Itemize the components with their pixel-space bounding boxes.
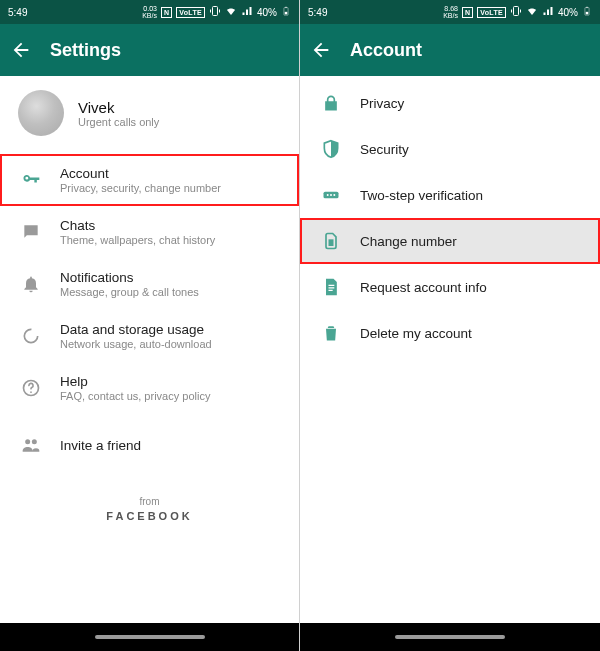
- svg-point-12: [330, 194, 332, 196]
- settings-item-help[interactable]: Help FAQ, contact us, privacy policy: [0, 362, 299, 414]
- nav-bar[interactable]: [0, 623, 299, 651]
- signal-icon: [542, 5, 554, 19]
- settings-item-data[interactable]: Data and storage usage Network usage, au…: [0, 310, 299, 362]
- document-icon: [320, 276, 342, 298]
- account-item-privacy[interactable]: Privacy: [300, 80, 600, 126]
- account-item-request-info[interactable]: Request account info: [300, 264, 600, 310]
- lock-icon: [320, 92, 342, 114]
- nfc-icon: N: [161, 7, 172, 18]
- nav-handle[interactable]: [395, 635, 505, 639]
- page-title: Account: [350, 40, 422, 61]
- svg-point-3: [24, 329, 37, 342]
- item-title: Two-step verification: [360, 188, 483, 203]
- svg-rect-9: [586, 7, 588, 8]
- battery-pct: 40%: [558, 7, 578, 18]
- account-item-delete[interactable]: Delete my account: [300, 310, 600, 356]
- pin-icon: [320, 184, 342, 206]
- item-title: Help: [60, 374, 210, 389]
- trash-icon: [320, 322, 342, 344]
- nav-bar[interactable]: [300, 623, 600, 651]
- chat-icon: [20, 221, 42, 243]
- settings-item-account[interactable]: Account Privacy, security, change number: [0, 154, 299, 206]
- account-list: Privacy Security Two-step verification: [300, 76, 600, 356]
- settings-screen: 5:49 0.03 KB/s N VoLTE 40% Settings: [0, 0, 300, 651]
- nfc-icon: N: [462, 7, 473, 18]
- account-item-change-number[interactable]: Change number: [300, 218, 600, 264]
- item-title: Data and storage usage: [60, 322, 212, 337]
- app-bar: Account: [300, 24, 600, 76]
- key-icon: [20, 169, 42, 191]
- item-title: Delete my account: [360, 326, 472, 341]
- data-usage-icon: [20, 325, 42, 347]
- profile-name: Vivek: [78, 99, 159, 116]
- settings-list: Account Privacy, security, change number…: [0, 150, 299, 468]
- item-title: Request account info: [360, 280, 487, 295]
- status-time: 5:49: [308, 7, 327, 18]
- account-screen: 5:49 8.68 KB/s N VoLTE 40% Account: [300, 0, 600, 651]
- brand-label: FACEBOOK: [0, 510, 299, 522]
- wifi-icon: [225, 5, 237, 19]
- settings-item-notifications[interactable]: Notifications Message, group & call tone…: [0, 258, 299, 310]
- item-subtitle: Privacy, security, change number: [60, 182, 221, 194]
- profile-subtitle: Urgent calls only: [78, 116, 159, 128]
- from-label: from: [0, 496, 299, 507]
- help-icon: [20, 377, 42, 399]
- item-subtitle: Message, group & call tones: [60, 286, 199, 298]
- vibrate-icon: [510, 5, 522, 19]
- vibrate-icon: [209, 5, 221, 19]
- net-speed: 8.68 KB/s: [443, 5, 458, 19]
- page-title: Settings: [50, 40, 121, 61]
- account-item-two-step[interactable]: Two-step verification: [300, 172, 600, 218]
- avatar: [18, 90, 64, 136]
- item-title: Privacy: [360, 96, 404, 111]
- nav-handle[interactable]: [95, 635, 205, 639]
- item-title: Invite a friend: [60, 438, 141, 453]
- volte-icon: VoLTE: [176, 7, 205, 18]
- status-time: 5:49: [8, 7, 27, 18]
- battery-pct: 40%: [257, 7, 277, 18]
- svg-rect-2: [285, 7, 287, 8]
- svg-rect-8: [586, 12, 589, 14]
- bell-icon: [20, 273, 42, 295]
- people-icon: [20, 434, 42, 456]
- svg-point-11: [327, 194, 329, 196]
- item-title: Security: [360, 142, 409, 157]
- signal-icon: [241, 5, 253, 19]
- item-title: Change number: [360, 234, 457, 249]
- item-subtitle: FAQ, contact us, privacy policy: [60, 390, 210, 402]
- svg-rect-1: [285, 12, 288, 14]
- account-item-security[interactable]: Security: [300, 126, 600, 172]
- wifi-icon: [526, 5, 538, 19]
- item-title: Account: [60, 166, 221, 181]
- status-bar: 5:49 8.68 KB/s N VoLTE 40%: [300, 0, 600, 24]
- app-bar: Settings: [0, 24, 299, 76]
- item-title: Chats: [60, 218, 215, 233]
- svg-point-6: [32, 439, 37, 444]
- sim-icon: [320, 230, 342, 252]
- back-icon[interactable]: [10, 39, 32, 61]
- battery-icon: [281, 5, 291, 19]
- net-speed: 0.03 KB/s: [142, 5, 157, 19]
- item-subtitle: Theme, wallpapers, chat history: [60, 234, 215, 246]
- svg-point-5: [25, 439, 30, 444]
- status-bar: 5:49 0.03 KB/s N VoLTE 40%: [0, 0, 299, 24]
- back-icon[interactable]: [310, 39, 332, 61]
- item-subtitle: Network usage, auto-download: [60, 338, 212, 350]
- volte-icon: VoLTE: [477, 7, 506, 18]
- settings-item-chats[interactable]: Chats Theme, wallpapers, chat history: [0, 206, 299, 258]
- item-title: Notifications: [60, 270, 199, 285]
- shield-icon: [320, 138, 342, 160]
- profile-row[interactable]: Vivek Urgent calls only: [0, 76, 299, 150]
- battery-icon: [582, 5, 592, 19]
- svg-point-13: [333, 194, 335, 196]
- settings-item-invite[interactable]: Invite a friend: [0, 422, 299, 468]
- svg-rect-14: [329, 239, 334, 246]
